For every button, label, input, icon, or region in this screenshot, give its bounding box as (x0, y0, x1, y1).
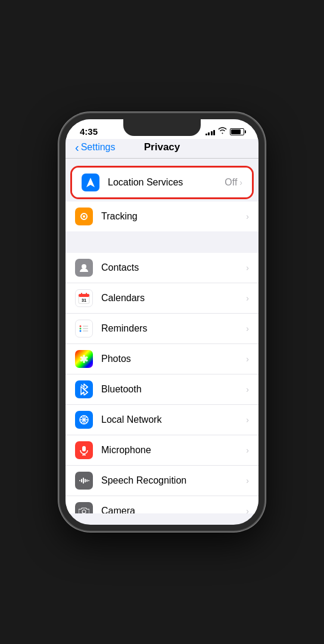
microphone-icon (75, 441, 93, 459)
camera-chevron: › (246, 506, 249, 513)
svg-rect-4 (79, 294, 89, 297)
wifi-icon (218, 127, 227, 136)
tracking-label: Tracking (101, 211, 246, 222)
camera-label: Camera (101, 506, 246, 513)
notch (123, 119, 201, 136)
photos-icon (75, 350, 93, 368)
tracking-chevron: › (246, 212, 249, 221)
svg-point-15 (83, 355, 85, 357)
list-item-contacts[interactable]: Contacts › (66, 253, 258, 283)
svg-rect-24 (82, 446, 86, 451)
status-time: 4:35 (80, 126, 98, 137)
speech-recognition-chevron: › (246, 476, 249, 485)
local-network-chevron: › (246, 415, 249, 425)
svg-rect-28 (81, 479, 82, 482)
list-item-reminders[interactable]: Reminders › (66, 314, 258, 344)
svg-point-18 (83, 361, 85, 363)
list-item-location-services[interactable]: Location Services Off › (72, 168, 252, 197)
list-item-speech-recognition[interactable]: Speech Recognition › (66, 466, 258, 496)
speech-recognition-icon (75, 472, 93, 490)
tracking-section: Tracking › (66, 202, 258, 231)
bluetooth-chevron: › (246, 385, 249, 394)
contacts-icon (75, 259, 93, 277)
local-network-label: Local Network (101, 414, 246, 425)
microphone-chevron: › (246, 445, 249, 455)
list-item-microphone[interactable]: Microphone › (66, 435, 258, 466)
reminders-label: Reminders (101, 323, 246, 334)
status-icons (205, 127, 245, 136)
tracking-icon (75, 208, 93, 225)
svg-point-33 (82, 510, 86, 513)
photos-chevron: › (246, 354, 249, 364)
svg-rect-27 (79, 480, 80, 481)
svg-point-2 (82, 264, 86, 269)
location-services-label: Location Services (108, 177, 225, 188)
location-services-value: Off (225, 177, 237, 188)
list-item-local-network[interactable]: Local Network › (66, 405, 258, 435)
svg-point-9 (80, 328, 82, 330)
svg-rect-12 (83, 328, 88, 329)
svg-rect-32 (88, 480, 89, 481)
back-button[interactable]: ‹ Settings (75, 142, 115, 153)
main-section: Contacts › 31 Calendars › (66, 253, 258, 513)
signal-icon (205, 128, 216, 135)
svg-point-19 (80, 360, 83, 362)
svg-rect-6 (86, 293, 87, 295)
svg-point-20 (80, 357, 83, 359)
list-item-bluetooth[interactable]: Bluetooth › (66, 374, 258, 405)
speech-recognition-label: Speech Recognition (101, 475, 246, 486)
camera-icon (75, 502, 93, 513)
list-item-photos[interactable]: Photos › (66, 344, 258, 374)
location-highlight: Location Services Off › (70, 166, 254, 199)
scroll-area[interactable]: Location Services Off › Tracking › (66, 159, 258, 513)
reminders-chevron: › (246, 324, 249, 333)
calendars-chevron: › (246, 293, 249, 303)
location-services-icon (82, 174, 99, 191)
calendars-label: Calendars (101, 293, 246, 304)
microphone-label: Microphone (101, 445, 246, 456)
contacts-chevron: › (246, 263, 249, 273)
list-item-tracking[interactable]: Tracking › (66, 202, 258, 231)
svg-point-17 (86, 360, 88, 362)
svg-point-8 (80, 326, 82, 327)
local-network-icon (75, 411, 93, 429)
nav-bar: ‹ Settings Privacy (66, 139, 258, 159)
bluetooth-label: Bluetooth (101, 384, 246, 395)
svg-rect-29 (83, 478, 84, 484)
phone-frame: 4:35 ‹ Settings (60, 113, 264, 531)
list-item-calendars[interactable]: 31 Calendars › (66, 283, 258, 314)
calendars-icon: 31 (75, 289, 93, 307)
back-label: Settings (81, 142, 116, 153)
photos-label: Photos (101, 354, 246, 364)
bluetooth-icon (75, 380, 93, 398)
svg-point-1 (83, 215, 85, 218)
svg-point-16 (86, 357, 88, 359)
svg-rect-11 (83, 326, 88, 327)
contacts-label: Contacts (101, 262, 246, 273)
location-services-chevron: › (239, 178, 242, 187)
back-arrow-icon: ‹ (75, 141, 79, 153)
svg-rect-13 (83, 330, 88, 332)
svg-rect-5 (81, 293, 82, 295)
reminders-icon (75, 320, 93, 338)
svg-point-10 (80, 330, 82, 332)
list-item-camera[interactable]: Camera › (66, 496, 258, 513)
page-title: Privacy (144, 141, 180, 153)
svg-rect-31 (86, 479, 88, 482)
top-spacer (66, 159, 258, 163)
section-separator-1 (66, 236, 258, 253)
svg-rect-30 (85, 479, 86, 482)
battery-icon (230, 128, 244, 135)
svg-text:31: 31 (82, 298, 86, 302)
